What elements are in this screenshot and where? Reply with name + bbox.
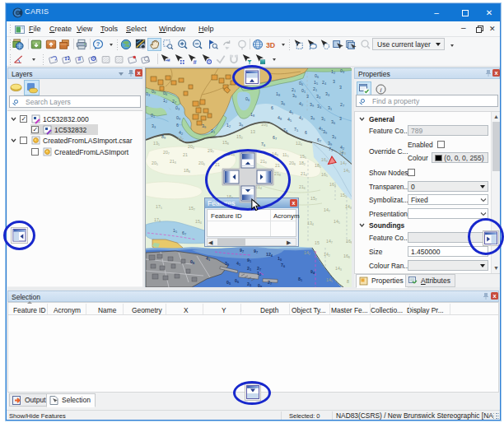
- svg-text:?: ?: [96, 40, 100, 48]
- svg-text:3: 3: [339, 116, 342, 121]
- svg-text:3: 3: [339, 85, 342, 90]
- svg-text:3: 3: [333, 79, 335, 84]
- svg-text:3D: 3D: [266, 41, 275, 49]
- svg-text:21: 21: [183, 152, 188, 157]
- svg-text:6: 6: [305, 130, 307, 135]
- svg-text:6: 6: [176, 123, 179, 128]
- svg-text:8: 8: [347, 279, 349, 284]
- svg-text:#: #: [193, 58, 197, 65]
- svg-text:i: i: [380, 86, 382, 94]
- svg-text:6: 6: [271, 105, 273, 110]
- svg-text:3: 3: [306, 94, 309, 99]
- svg-text:13: 13: [250, 129, 255, 134]
- svg-text:#: #: [77, 56, 81, 62]
- svg-text:15: 15: [315, 240, 320, 245]
